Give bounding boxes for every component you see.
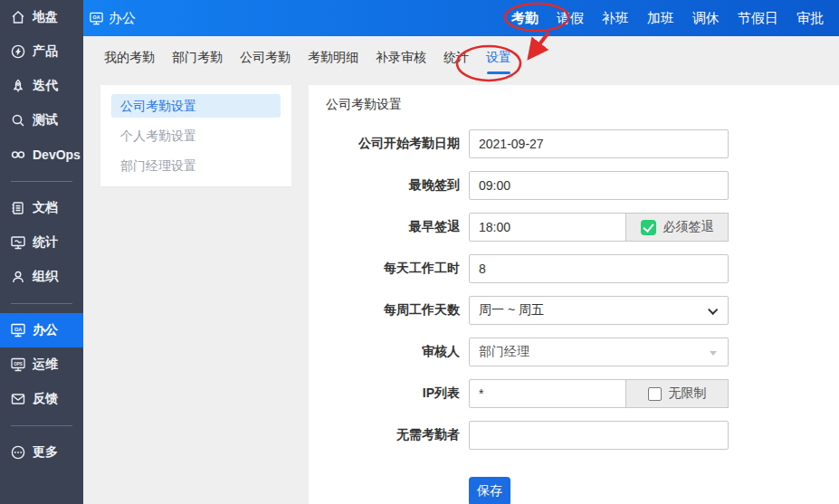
sidebar-item-iteration[interactable]: 迭代 — [0, 69, 83, 103]
more-icon — [10, 444, 26, 461]
chevron-down-icon — [708, 305, 718, 315]
form-row: 公司开始考勤日期 — [326, 129, 839, 158]
menu-leave[interactable]: 请假 — [557, 10, 584, 27]
tab-settings[interactable]: 设置 — [486, 44, 511, 74]
sidebar-item-more[interactable]: 更多 — [0, 435, 83, 470]
form-title: 公司考勤设置 — [326, 97, 839, 115]
reviewer-value: 部门经理 — [479, 344, 529, 360]
label-start-date: 公司开始考勤日期 — [326, 136, 460, 152]
weekly-days-value: 周一 ~ 周五 — [479, 302, 544, 319]
menu-approval[interactable]: 审批 — [796, 10, 824, 27]
tab-my-attendance[interactable]: 我的考勤 — [104, 44, 155, 74]
main-area: OA 办公 考勤 请假 补班 加班 调休 节假日 审批 我的考勤 部门考勤 公司… — [83, 0, 839, 504]
rocket-icon — [10, 78, 26, 94]
sidebar-item-feedback[interactable]: 反馈 — [0, 382, 83, 416]
sidebar-item-stats[interactable]: 统计 — [0, 225, 83, 260]
topbar-title-group: OA 办公 — [89, 10, 136, 27]
tab-company-attendance[interactable]: 公司考勤 — [240, 44, 291, 74]
sidebar-divider — [11, 181, 72, 182]
menu-comp-leave[interactable]: 调休 — [692, 10, 720, 27]
sidebar-item-doc[interactable]: 文档 — [0, 191, 83, 225]
sidebar-item-ops[interactable]: OPS 运维 — [0, 347, 83, 382]
sidebar-item-home[interactable]: 地盘 — [0, 0, 83, 34]
tab-stats[interactable]: 统计 — [443, 44, 469, 74]
topbar-menu: 考勤 请假 补班 加班 调休 节假日 审批 — [511, 10, 824, 27]
menu-makeup-work[interactable]: 补班 — [602, 10, 629, 27]
ip-list-input[interactable] — [469, 379, 626, 408]
reviewer-select[interactable]: 部门经理 — [469, 338, 729, 366]
exempt-staff-input[interactable] — [469, 421, 729, 450]
monitor-oa-icon: OA — [89, 11, 104, 26]
sidebar-item-label: 反馈 — [33, 391, 58, 407]
app-window: 地盘 产品 迭代 测试 DevOps 文档 统计 组织 — [0, 0, 839, 504]
sidebar-item-label: DevOps — [33, 147, 81, 162]
svg-text:OPS: OPS — [14, 362, 23, 366]
form-row: 无需考勤者 — [326, 421, 839, 450]
earliest-checkout-input[interactable] — [469, 213, 626, 242]
tab-makeup-review[interactable]: 补录审核 — [376, 44, 426, 74]
sidebar-item-label: 地盘 — [33, 9, 58, 25]
tab-dept-attendance[interactable]: 部门考勤 — [172, 44, 223, 74]
unlimited-checkbox[interactable] — [648, 387, 662, 401]
content-area: 公司考勤设置 个人考勤设置 部门经理设置 公司考勤设置 公司开始考勤日期 最晚签… — [83, 81, 839, 504]
form-row: 审核人 部门经理 — [326, 338, 839, 366]
must-checkout-checkbox[interactable] — [641, 220, 656, 235]
label-weekly-days: 每周工作天数 — [326, 302, 460, 319]
topbar: OA 办公 考勤 请假 补班 加班 调休 节假日 审批 — [83, 0, 839, 36]
must-checkout-addon: 必须签退 — [625, 213, 729, 242]
form-row: 每周工作天数 周一 ~ 周五 — [326, 296, 839, 325]
settings-form-panel: 公司考勤设置 公司开始考勤日期 最晚签到 最早签退 必须签退 — [309, 85, 839, 504]
sidebar-item-label: 运维 — [33, 357, 58, 373]
label-ip-list: IP列表 — [326, 385, 460, 402]
daily-hours-input[interactable] — [469, 254, 729, 283]
label-daily-hours: 每天工作工时 — [326, 261, 460, 277]
start-date-input[interactable] — [469, 129, 729, 158]
sidebar-item-label: 测试 — [33, 112, 58, 128]
sidebar-divider — [11, 303, 72, 304]
sidebar-item-label: 组织 — [33, 269, 58, 285]
unlimited-addon: 无限制 — [625, 379, 729, 408]
weekly-days-select[interactable]: 周一 ~ 周五 — [469, 296, 729, 325]
menu-attendance[interactable]: 考勤 — [511, 10, 539, 27]
sidebar-divider — [11, 425, 72, 426]
bulb-icon — [10, 43, 26, 60]
label-exempt-staff: 无需考勤者 — [326, 427, 460, 443]
sidebar-item-org[interactable]: 组织 — [0, 260, 83, 294]
label-latest-checkin: 最晚签到 — [326, 177, 460, 194]
label-reviewer: 审核人 — [326, 344, 460, 360]
subnav-company-attendance-settings[interactable]: 公司考勤设置 — [111, 94, 281, 118]
subnav-dept-manager-settings[interactable]: 部门经理设置 — [111, 154, 281, 177]
tabbar: 我的考勤 部门考勤 公司考勤 考勤明细 补录审核 统计 设置 — [83, 36, 839, 81]
people-icon — [10, 269, 26, 285]
form-row: 最早签退 必须签退 — [326, 213, 839, 242]
home-icon — [10, 9, 26, 25]
latest-checkin-input[interactable] — [469, 171, 729, 200]
sidebar-item-test[interactable]: 测试 — [0, 103, 83, 138]
monitor-chart-icon — [10, 234, 26, 251]
sidebar-item-devops[interactable]: DevOps — [0, 138, 83, 172]
magnifier-icon — [10, 112, 26, 128]
sidebar-item-label: 文档 — [33, 200, 58, 216]
must-checkout-label: 必须签退 — [663, 219, 714, 235]
label-earliest-checkout: 最早签退 — [326, 219, 460, 235]
form-row: 最晚签到 — [326, 171, 839, 200]
settings-subnav: 公司考勤设置 个人考勤设置 部门经理设置 — [100, 85, 291, 186]
infinity-icon — [10, 147, 26, 163]
unlimited-label: 无限制 — [669, 385, 707, 402]
svg-text:OA: OA — [14, 327, 22, 332]
sidebar-item-label: 产品 — [33, 43, 58, 60]
envelope-icon — [10, 391, 26, 407]
menu-overtime[interactable]: 加班 — [647, 10, 674, 27]
subnav-personal-attendance-settings[interactable]: 个人考勤设置 — [111, 124, 281, 147]
save-button[interactable]: 保存 — [469, 477, 510, 504]
form-row: 每天工作工时 — [326, 254, 839, 283]
menu-holiday[interactable]: 节假日 — [738, 10, 778, 27]
sidebar-item-product[interactable]: 产品 — [0, 34, 83, 69]
form-row: IP列表 无限制 — [326, 379, 839, 408]
page-title: 办公 — [109, 10, 136, 27]
tab-attendance-detail[interactable]: 考勤明细 — [308, 44, 358, 74]
sidebar-item-office[interactable]: OA 办公 — [0, 313, 83, 347]
sidebar-item-label: 统计 — [33, 234, 58, 251]
sidebar-item-label: 迭代 — [33, 78, 58, 94]
chevron-down-icon — [710, 351, 717, 356]
